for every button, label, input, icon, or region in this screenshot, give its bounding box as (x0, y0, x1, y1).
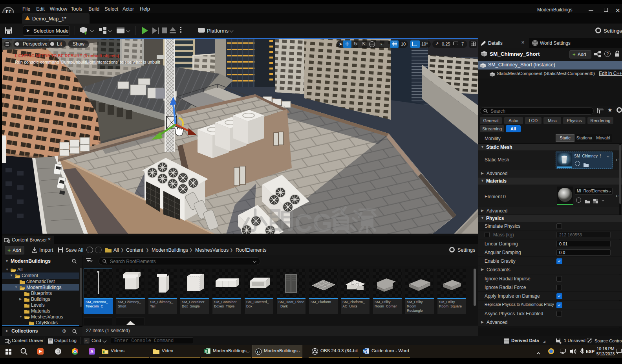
svg-text:CG: CG (295, 209, 332, 236)
svg-text:W: W (363, 349, 367, 353)
svg-text:X: X (205, 349, 207, 353)
svg-text:★: ★ (559, 341, 562, 344)
svg-text:U: U (257, 349, 260, 354)
